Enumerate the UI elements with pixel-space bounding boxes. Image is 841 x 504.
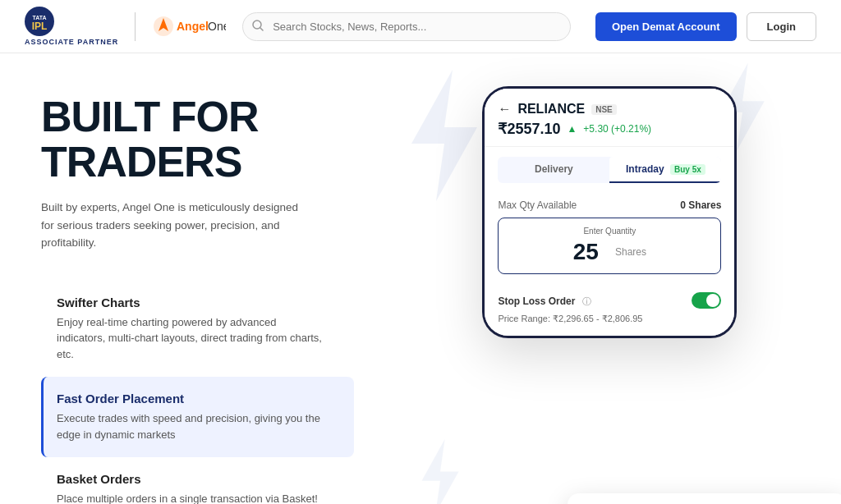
back-arrow-icon[interactable]: ← bbox=[498, 102, 511, 117]
feature-desc-swifter: Enjoy real-time charting powered by adva… bbox=[57, 314, 328, 363]
feature-desc-fast-order: Execute trades with speed and precision,… bbox=[57, 410, 328, 442]
qty-section[interactable]: Enter Quantity 25 Shares bbox=[498, 218, 721, 274]
header-actions: Open Demat Account Login bbox=[595, 12, 816, 41]
phone-mockup: ← RELIANCE NSE ₹2557.10 ▲ +5.30 (+0.21%)… bbox=[482, 86, 737, 338]
feature-item-fast-order[interactable]: Fast Order Placement Execute trades with… bbox=[41, 377, 354, 457]
right-section: ← RELIANCE NSE ₹2557.10 ▲ +5.30 (+0.21%)… bbox=[379, 53, 841, 504]
price-up-icon: ▲ bbox=[567, 123, 577, 135]
search-input[interactable] bbox=[242, 12, 571, 41]
max-qty-value: 0 Shares bbox=[680, 199, 721, 211]
tata-ipl-icon: TATA IPL bbox=[25, 7, 54, 36]
stock-price: ₹2557.10 bbox=[498, 120, 560, 138]
max-qty-row: Max Qty Available 0 Shares bbox=[485, 193, 734, 218]
svg-text:Angel: Angel bbox=[177, 20, 209, 33]
tata-ipl-logo: TATA IPL ASSOCIATE PARTNER bbox=[25, 7, 118, 46]
header: TATA IPL ASSOCIATE PARTNER Angel One bbox=[0, 0, 841, 53]
open-demat-button[interactable]: Open Demat Account bbox=[595, 12, 737, 41]
feature-title-swifter: Swifter Charts bbox=[57, 296, 341, 309]
feature-item-swifter-charts[interactable]: Swifter Charts Enjoy real-time charting … bbox=[41, 281, 354, 378]
phone-header-bar: ← RELIANCE NSE ₹2557.10 ▲ +5.30 (+0.21%) bbox=[485, 89, 734, 147]
max-qty-label: Max Qty Available bbox=[498, 199, 577, 211]
feature-desc-basket: Place multiple orders in a single transa… bbox=[57, 491, 328, 504]
features-list: Swifter Charts Enjoy real-time charting … bbox=[41, 281, 354, 504]
price-change: +5.30 (+0.21%) bbox=[583, 123, 651, 135]
info-icon: ⓘ bbox=[582, 296, 591, 306]
search-icon bbox=[252, 20, 264, 34]
intraday-tab[interactable]: Intraday Buy 5x bbox=[609, 157, 721, 183]
angel-one-svg: Angel One bbox=[152, 15, 226, 38]
delivery-tab[interactable]: Delivery bbox=[498, 157, 609, 183]
stop-loss-label: Stop Loss Order bbox=[498, 296, 575, 307]
svg-line-8 bbox=[260, 28, 263, 30]
hero-title: BUILT FOR TRADERS bbox=[41, 94, 354, 184]
bolt-icon-topleft bbox=[395, 70, 494, 201]
toggle-knob bbox=[706, 294, 719, 307]
qty-unit: Shares bbox=[615, 246, 646, 258]
main-content: BUILT FOR TRADERS Built by experts, Ange… bbox=[0, 53, 841, 504]
login-button[interactable]: Login bbox=[747, 12, 816, 41]
logo-area: TATA IPL ASSOCIATE PARTNER Angel One bbox=[25, 7, 226, 46]
phone-screen: ← RELIANCE NSE ₹2557.10 ▲ +5.30 (+0.21%)… bbox=[485, 89, 734, 336]
left-section: BUILT FOR TRADERS Built by experts, Ange… bbox=[0, 53, 379, 504]
stock-name: RELIANCE bbox=[517, 102, 585, 117]
exchange-badge: NSE bbox=[591, 104, 617, 115]
angel-one-logo: Angel One bbox=[152, 15, 226, 38]
svg-marker-9 bbox=[411, 70, 477, 201]
svg-text:TATA: TATA bbox=[32, 15, 46, 21]
bolt-icon-bottomleft bbox=[411, 439, 469, 504]
qty-label: Enter Quantity bbox=[510, 227, 709, 236]
logo-divider bbox=[135, 12, 136, 41]
svg-marker-12 bbox=[421, 439, 458, 504]
trade-tabs: Delivery Intraday Buy 5x bbox=[498, 157, 721, 183]
buy-badge: Buy 5x bbox=[670, 164, 705, 175]
qty-number: 25 bbox=[573, 239, 599, 265]
hero-subtitle: Built by experts, Angel One is meticulou… bbox=[41, 199, 304, 252]
stop-loss-toggle[interactable] bbox=[692, 292, 721, 309]
stop-loss-row: Stop Loss Order ⓘ bbox=[485, 284, 734, 312]
feature-item-basket-orders[interactable]: Basket Orders Place multiple orders in a… bbox=[41, 457, 354, 504]
associate-partner-text: ASSOCIATE PARTNER bbox=[25, 38, 118, 46]
feature-title-fast-order: Fast Order Placement bbox=[57, 392, 341, 405]
svg-text:IPL: IPL bbox=[32, 21, 48, 32]
search-bar bbox=[242, 12, 571, 41]
svg-text:One: One bbox=[208, 20, 226, 33]
order-card: Fast Order Placement Execute trades swif… bbox=[568, 493, 841, 504]
price-range-row: Price Range: ₹2,296.65 - ₹2,806.95 bbox=[485, 312, 734, 336]
feature-title-basket: Basket Orders bbox=[57, 472, 341, 486]
